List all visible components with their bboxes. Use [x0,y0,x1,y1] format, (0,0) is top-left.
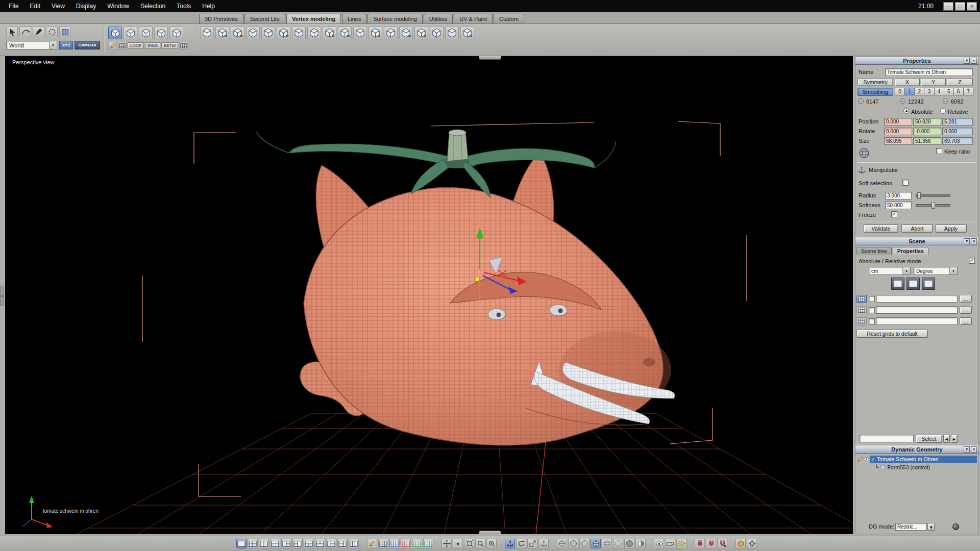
chevron-down-icon[interactable]: ▾ [964,446,970,453]
lined-sphere-icon[interactable] [602,539,612,548]
scale-gizmo-icon[interactable] [527,539,537,548]
light-icon[interactable] [676,539,687,548]
scene-header[interactable]: Scene ▾ × [855,237,978,245]
edit-grid-icon[interactable] [367,539,377,548]
menu-view[interactable]: View [46,2,70,11]
panel-collapse-handle[interactable]: ◂ [0,286,4,306]
curve-select-icon[interactable] [19,27,31,37]
soft-selection-checkbox[interactable] [902,180,909,186]
settings-icon[interactable] [747,539,757,548]
modeling-tool-icon[interactable] [353,27,367,39]
menu-tools[interactable]: Tools [171,2,197,11]
grid-1-icon[interactable] [856,295,867,303]
fit-view-icon[interactable] [464,539,474,548]
zoom-icon[interactable] [475,539,485,548]
circle-select-icon[interactable] [46,27,58,37]
smoothing-level-5[interactable]: 5 [944,88,954,95]
select-points-icon[interactable] [108,27,122,39]
modeling-tool-icon[interactable] [323,27,336,39]
chevron-down-icon[interactable]: ▾ [964,238,970,244]
minimize-button[interactable]: – [943,2,953,11]
position-x-input[interactable]: 0.000 [884,118,912,126]
xyz-axes-button[interactable]: XYZ [59,41,73,49]
smoothing-level-3[interactable]: 3 [924,88,934,95]
shaded-wire-sphere-icon[interactable] [591,539,601,548]
modeling-tool-icon[interactable] [369,27,382,39]
modeling-tool-icon[interactable] [460,27,474,39]
unit-selector[interactable]: cm ▾ [869,267,911,275]
dynamic-geometry-header[interactable]: Dynamic Geometry ▾ × [855,445,978,454]
tree-item-root[interactable]: ✓ Tomate Schwein m Ohren [870,456,977,463]
between-select-button[interactable]: BETW [161,42,178,49]
dg-sphere-button[interactable] [952,523,959,530]
close-button[interactable]: × [967,2,977,11]
chevron-down-icon[interactable]: ▾ [927,523,935,531]
modeling-tool-icon[interactable] [384,27,398,39]
modeling-tool-icon[interactable] [338,27,352,39]
tab-utilities[interactable]: Utilities [424,14,453,23]
tab-vertex-modeling[interactable]: Vertex modeling [286,14,341,23]
tomato-pig-model[interactable] [256,130,675,445]
camera-icon[interactable] [665,539,675,548]
abs-rel-mode-checkbox[interactable]: ✓ [969,258,975,264]
close-icon[interactable]: × [971,58,977,64]
snap-grid-icon[interactable] [118,42,127,49]
menu-file[interactable]: File [3,2,24,11]
tab-surface-modeling[interactable]: Surface modeling [368,14,423,23]
side-grid-icon[interactable] [906,278,920,290]
layout-three-columns-icon[interactable] [349,539,359,548]
wireframe-sphere-icon[interactable] [557,539,567,548]
tab-scene-properties[interactable]: Properties [893,247,928,255]
modeling-tool-icon[interactable] [292,27,306,39]
tab-uv-paint[interactable]: UV & Paint [454,14,493,23]
half-sphere-icon[interactable] [635,539,646,548]
angle-unit-selector[interactable]: Degree ▾ [914,267,958,275]
grid-2-icon[interactable] [856,306,867,314]
symmetry-y-button[interactable]: Y [921,78,946,86]
magnet-icon[interactable] [695,539,705,548]
select-arrow-icon[interactable] [6,27,18,37]
grid-3-input[interactable] [876,317,958,325]
ring-select-button[interactable]: RING [145,42,160,49]
modeling-tool-icon[interactable] [246,27,260,39]
top-grid-icon[interactable] [922,278,935,290]
translate-gizmo-icon[interactable] [505,539,515,548]
reset-grids-button[interactable]: Reset grids to default [856,330,928,338]
dg-mode-selector[interactable]: Restric... [895,523,927,531]
modeling-tool-icon[interactable] [445,27,459,39]
absolute-radio[interactable] [903,108,909,114]
tab-lines[interactable]: Lines [342,14,366,23]
menu-edit[interactable]: Edit [24,2,46,11]
ghost-sphere-icon[interactable] [613,539,623,548]
softness-input[interactable]: 50.000 [885,202,912,209]
dark-sphere-icon[interactable] [624,539,634,548]
axis-constraint-icon[interactable] [538,539,549,548]
smoothing-level-4[interactable]: 4 [934,88,944,95]
tab-custom[interactable]: Custom [494,14,524,23]
flat-sphere-icon[interactable] [568,539,578,548]
grid-1-input[interactable] [876,295,958,303]
select-prev-button[interactable]: ◂ [943,435,950,443]
select-next-button[interactable]: ▸ [951,435,958,443]
menu-help[interactable]: Help [197,2,220,11]
grid-blue-icon[interactable] [389,539,400,548]
size-y-input[interactable]: 51.356 [913,137,941,145]
chevron-down-icon[interactable]: ▾ [949,267,957,274]
rotate-gizmo-icon[interactable] [516,539,526,548]
close-icon[interactable]: × [971,446,977,453]
loop-select-button[interactable]: LOOP [128,42,144,49]
magnet-grid-icon[interactable] [706,539,716,548]
layout-three-left-split-icon[interactable] [292,539,303,548]
softness-slider[interactable] [916,204,950,207]
smooth-sphere-icon[interactable] [579,539,590,548]
chevron-down-icon[interactable]: ▾ [49,41,57,49]
position-z-input[interactable]: 5.281 [942,118,973,126]
wire-grid-icon[interactable] [378,539,388,548]
maximize-button[interactable]: □ [955,2,965,11]
grid-green-icon[interactable] [412,539,422,548]
menu-display[interactable]: Display [70,2,102,11]
grid-2-input[interactable] [876,306,958,314]
rotate-x-input[interactable]: 0.000 [884,128,912,135]
grid-teal-icon[interactable] [423,539,433,548]
radius-input[interactable]: 3.000 [885,192,912,199]
